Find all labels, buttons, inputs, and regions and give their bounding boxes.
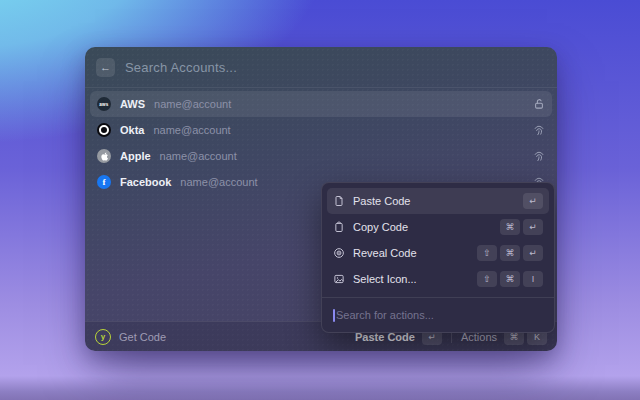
aws-logo-icon: aws <box>97 97 111 111</box>
image-icon <box>333 273 345 285</box>
menu-item-label: Copy Code <box>353 221 408 233</box>
menu-item-label: Paste Code <box>353 195 410 207</box>
document-icon <box>333 195 345 207</box>
menu-item-select-icon[interactable]: Select Icon... ⇧ ⌘ I <box>327 266 549 292</box>
menu-item-copy-code[interactable]: Copy Code ⌘ ↵ <box>327 214 549 240</box>
footer-app-label: Get Code <box>119 331 166 343</box>
menu-item-label: Reveal Code <box>353 247 417 259</box>
account-row-okta[interactable]: Okta name@account <box>90 117 552 143</box>
account-row-aws[interactable]: aws AWS name@account <box>90 91 552 117</box>
menu-item-paste-code[interactable]: Paste Code ↵ <box>327 188 549 214</box>
key-return: ↵ <box>523 245 543 261</box>
key-return: ↵ <box>523 193 543 209</box>
facebook-logo-icon: f <box>97 175 111 189</box>
account-name: Facebook <box>120 176 171 188</box>
key-command: ⌘ <box>500 245 520 261</box>
search-input[interactable]: Search Accounts... <box>125 60 237 75</box>
menu-item-reveal-code[interactable]: Reveal Code ⇧ ⌘ ↵ <box>327 240 549 266</box>
key-shift: ⇧ <box>477 271 497 287</box>
account-detail: name@account <box>180 176 257 188</box>
back-arrow-icon: ← <box>100 62 111 73</box>
account-detail: name@account <box>153 124 230 136</box>
okta-logo-icon <box>97 123 111 137</box>
key-shift: ⇧ <box>477 245 497 261</box>
menu-item-label: Select Icon... <box>353 273 417 285</box>
account-name: Okta <box>120 124 144 136</box>
reveal-icon <box>333 247 345 259</box>
account-name: AWS <box>120 98 145 110</box>
account-name: Apple <box>120 150 151 162</box>
account-detail: name@account <box>154 98 231 110</box>
fingerprint-icon <box>533 124 545 136</box>
account-detail: name@account <box>160 150 237 162</box>
apple-logo-icon <box>97 149 111 163</box>
text-caret <box>333 309 335 322</box>
actions-search-input[interactable]: Search for actions... <box>327 303 549 327</box>
back-button[interactable]: ← <box>96 58 115 77</box>
actions-menu: Paste Code ↵ Copy Code ⌘ ↵ <box>321 182 555 333</box>
clipboard-icon <box>333 221 345 233</box>
actions-search-placeholder: Search for actions... <box>336 309 434 321</box>
menu-divider <box>322 297 554 298</box>
account-row-apple[interactable]: Apple name@account <box>90 143 552 169</box>
yubico-logo-icon: y <box>95 329 111 345</box>
search-header: ← Search Accounts... <box>85 47 557 88</box>
launcher-window: ← Search Accounts... aws AWS name@accoun… <box>85 47 557 351</box>
key-command: ⌘ <box>500 219 520 235</box>
unlock-icon <box>533 98 545 110</box>
key-return: ↵ <box>523 219 543 235</box>
fingerprint-icon <box>533 150 545 162</box>
key-i: I <box>523 271 543 287</box>
key-command: ⌘ <box>500 271 520 287</box>
